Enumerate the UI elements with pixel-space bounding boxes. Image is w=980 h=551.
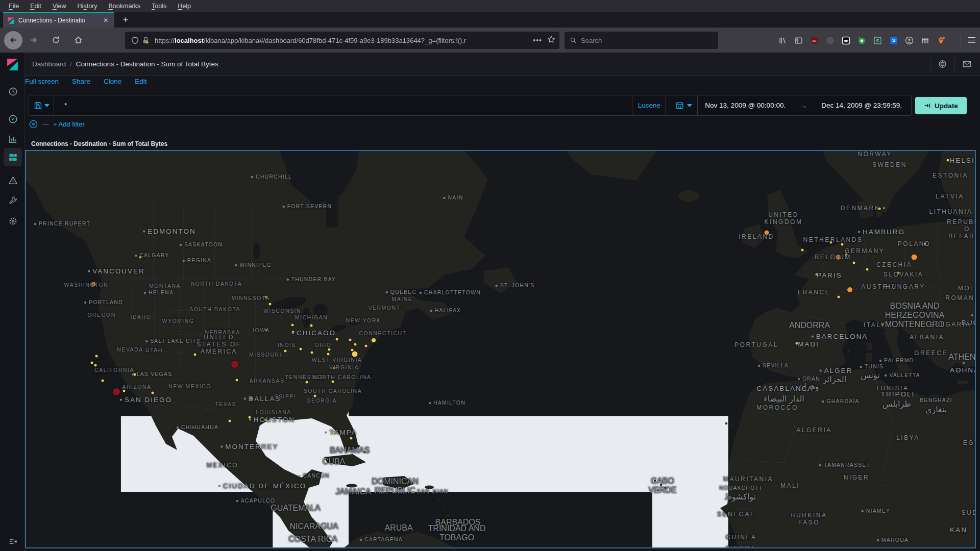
data-point <box>91 362 93 364</box>
map-label: ALBANIA <box>910 334 944 341</box>
sidebar-item-management[interactable] <box>4 212 22 230</box>
map-label: الجزائر <box>823 374 846 384</box>
data-point <box>123 390 126 392</box>
bookmark-star-icon[interactable] <box>547 35 555 45</box>
sidebar-item-discover[interactable] <box>4 110 22 128</box>
map-label: LATVIA <box>936 193 964 200</box>
proxy-pin-icon[interactable] <box>936 36 945 45</box>
query-language-toggle[interactable]: Lucene <box>632 95 666 115</box>
map-label: MOLDO <box>958 285 976 292</box>
page-actions-icon[interactable]: ••• <box>533 36 542 44</box>
blue-s-icon[interactable]: S <box>889 36 898 45</box>
stylus-s-icon[interactable]: S <box>873 36 882 45</box>
help-icon[interactable] <box>938 59 947 69</box>
map-label: UNITED KINGDOM <box>765 211 803 226</box>
svg-text:S: S <box>892 37 895 43</box>
new-tab-button[interactable]: + <box>119 15 132 26</box>
map-label: TRINIDAD AND TOBAGO <box>428 524 486 542</box>
menu-tools[interactable]: Tools <box>146 1 172 11</box>
url-text[interactable]: https://localhost/kibana/app/kibana#/das… <box>155 37 512 44</box>
end-date[interactable]: Dec 14, 2009 @ 23:59:59. <box>821 102 902 109</box>
action-clone[interactable]: Clone <box>104 78 121 85</box>
map-label: JAMAICA <box>335 487 371 496</box>
map-label: MEXICO <box>207 462 238 469</box>
menu-view[interactable]: View <box>47 1 72 11</box>
map-label: CONNECTICUT <box>359 330 407 336</box>
badger-eyes-icon[interactable] <box>841 36 850 45</box>
map-label: طرابلس <box>883 399 911 409</box>
menu-edit[interactable]: Edit <box>24 1 47 11</box>
map-label: ARKANSAS <box>249 378 284 384</box>
insecure-lock-icon[interactable] <box>140 35 152 46</box>
map-label: SAN JUAN <box>412 488 449 494</box>
chevron-down-icon <box>44 104 50 107</box>
map-label: LITHUANIA <box>929 208 972 215</box>
map-label: ORAN <box>798 375 820 382</box>
map-label: LOUISIANA <box>256 409 291 415</box>
library-icon[interactable] <box>778 36 787 45</box>
tab-close-icon[interactable]: ✕ <box>102 16 111 25</box>
data-point <box>269 303 272 306</box>
menu-history[interactable]: History <box>72 1 103 11</box>
map-label: WEST VIRGINIA <box>312 357 362 363</box>
inactive-extension-icon[interactable] <box>825 36 835 45</box>
collapse-sidebar-icon[interactable] <box>4 532 22 550</box>
map-label: WASHINGTON <box>64 282 109 288</box>
map-label: IOWA <box>253 327 270 333</box>
ublock-shield-icon[interactable]: uO <box>810 36 819 45</box>
data-point <box>336 338 338 341</box>
map-label: ACAPULCO <box>236 497 275 504</box>
filter-row: — + Add filter <box>29 119 85 129</box>
map-label: MAURITANIA <box>723 475 773 483</box>
search-bar[interactable]: Search <box>565 32 718 49</box>
back-button[interactable] <box>4 31 22 49</box>
add-filter-link[interactable]: + Add filter <box>53 120 85 128</box>
containers-fence-icon[interactable] <box>920 36 929 45</box>
reload-button[interactable] <box>48 33 63 48</box>
url-bar[interactable]: https://localhost/kibana/app/kibana#/das… <box>125 32 559 49</box>
sidebar-item-devtools[interactable] <box>4 191 22 209</box>
coordinate-map[interactable]: CHURCHILLFORT SEVERNNAINPRINCE RUPERTEDM… <box>25 150 976 548</box>
browser-tab[interactable]: Connections - Destinatio ✕ <box>3 12 114 28</box>
action-full-screen[interactable]: Full screen <box>25 78 59 85</box>
map-label: HELENA <box>144 289 174 295</box>
map-label: ESTONIA <box>933 172 968 179</box>
data-point <box>354 343 357 346</box>
tracking-shield-icon[interactable] <box>129 35 140 46</box>
update-button[interactable]: Update <box>915 97 967 114</box>
map-label: WINNIPEG <box>235 262 272 268</box>
account-icon[interactable] <box>904 36 914 45</box>
sidebar-item-alerts[interactable] <box>4 171 22 189</box>
sidebar-item-recently-viewed[interactable] <box>4 82 22 101</box>
query-input[interactable]: * <box>54 102 632 109</box>
menu-help[interactable]: Help <box>172 1 197 11</box>
sidebar-item-visualize[interactable] <box>4 130 22 148</box>
calendar-button[interactable] <box>675 95 698 115</box>
filter-icon[interactable] <box>29 119 38 129</box>
menu-bookmarks[interactable]: Bookmarks <box>103 1 146 11</box>
menu-button[interactable] <box>966 35 977 45</box>
saved-query-button[interactable] <box>29 95 54 115</box>
action-share[interactable]: Share <box>72 78 90 85</box>
map-label: REGINA <box>183 257 211 263</box>
kibana-logo-icon[interactable] <box>6 58 19 71</box>
home-button[interactable] <box>70 33 86 48</box>
data-point <box>102 380 104 382</box>
breadcrumb-dashboard[interactable]: Dashboard <box>32 60 66 68</box>
map-label: ALGER <box>820 367 853 374</box>
map-label: CALGARY <box>135 252 169 258</box>
map-label: REPUBLIC O BELARUS <box>947 218 976 240</box>
newsfeed-mail-icon[interactable] <box>962 59 972 69</box>
menu-file[interactable]: File <box>3 1 24 11</box>
forward-button[interactable] <box>26 33 41 48</box>
action-edit[interactable]: Edit <box>135 78 146 85</box>
sidebars-icon[interactable] <box>794 36 803 45</box>
data-point <box>314 395 316 397</box>
green-globe-icon[interactable] <box>857 36 866 45</box>
sidebar-item-dashboard[interactable] <box>4 148 22 166</box>
start-date[interactable]: Nov 13, 2009 @ 00:00:00. <box>705 102 786 109</box>
date-picker: Nov 13, 2009 @ 00:00:00. → Dec 14, 2009 … <box>666 95 911 115</box>
map-label: VIRGINIA <box>329 364 359 370</box>
data-point <box>113 388 120 395</box>
map-label: SEVILLA <box>758 362 789 368</box>
